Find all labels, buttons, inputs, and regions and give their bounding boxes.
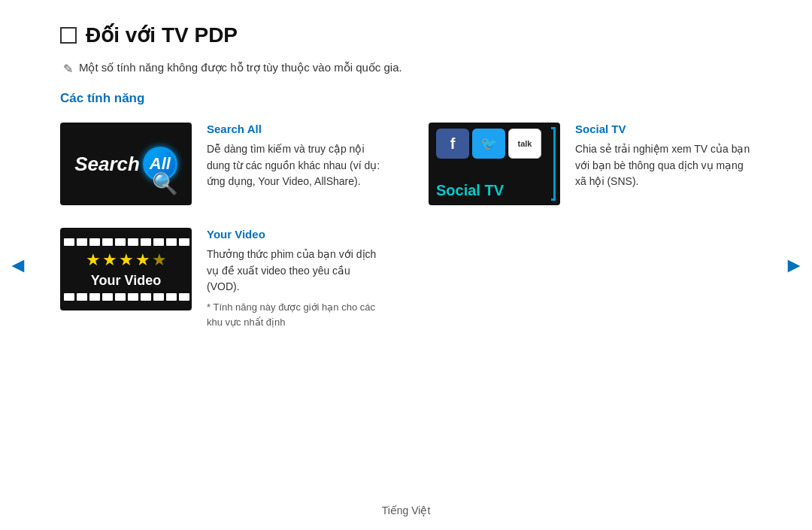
social-tv-title: Social TV bbox=[575, 123, 752, 135]
film-hole bbox=[115, 293, 126, 301]
social-tv-bracket bbox=[551, 127, 556, 201]
film-hole bbox=[153, 238, 164, 246]
page-title: Đối với TV PDP bbox=[86, 23, 238, 47]
film-hole bbox=[64, 238, 74, 246]
checkbox-icon bbox=[60, 27, 77, 44]
film-hole bbox=[128, 238, 138, 246]
your-video-content: Your Video Thưởng thức phim của bạn với … bbox=[207, 228, 383, 329]
film-hole bbox=[77, 293, 87, 301]
your-video-image: ★ ★ ★ ★ ★ Your Video bbox=[60, 228, 192, 310]
footer-language: Tiếng Việt bbox=[382, 504, 431, 516]
film-hole bbox=[141, 238, 151, 246]
feature-item-social-tv: f 🐦 talk Social TV Social TV Chia sẻ trả… bbox=[429, 123, 752, 205]
search-all-desc: Dễ dàng tìm kiếm và truy cập nội dung từ… bbox=[207, 141, 383, 190]
note-text: Một số tính năng không được hỗ trợ tùy t… bbox=[79, 61, 402, 74]
page-container: Đối với TV PDP ✎ Một số tính năng không … bbox=[0, 0, 812, 530]
social-tv-image: f 🐦 talk Social TV bbox=[429, 123, 560, 205]
film-hole bbox=[179, 238, 189, 246]
facebook-icon: f bbox=[436, 129, 469, 159]
film-hole bbox=[89, 293, 100, 301]
film-hole bbox=[77, 238, 87, 246]
feature-item-search-all: Search All 🔍 Search All Dễ dàng tìm kiếm… bbox=[60, 123, 383, 205]
social-icons-row: f 🐦 talk bbox=[436, 129, 553, 159]
film-hole bbox=[64, 293, 74, 301]
nav-arrow-right[interactable]: ► bbox=[783, 253, 804, 277]
social-tv-content: Social TV Chia sẻ trải nghiệm xem TV của… bbox=[575, 123, 752, 190]
star-5: ★ bbox=[152, 250, 167, 270]
social-tv-desc: Chia sẻ trải nghiệm xem TV của bạn với b… bbox=[575, 141, 752, 190]
film-hole bbox=[141, 293, 151, 301]
film-hole bbox=[128, 293, 138, 301]
page-title-row: Đối với TV PDP bbox=[60, 23, 752, 47]
note-icon: ✎ bbox=[63, 62, 73, 76]
star-1: ★ bbox=[86, 250, 101, 270]
film-hole bbox=[115, 238, 126, 246]
your-video-desc: Thưởng thức phim của bạn với dịch vụ đề … bbox=[207, 247, 383, 295]
your-video-content-inner: ★ ★ ★ ★ ★ Your Video bbox=[86, 250, 167, 289]
features-grid: Search All 🔍 Search All Dễ dàng tìm kiếm… bbox=[60, 123, 752, 329]
section-title: Các tính năng bbox=[60, 91, 752, 106]
star-2: ★ bbox=[102, 250, 117, 270]
search-magnifier-icon: 🔍 bbox=[152, 171, 178, 196]
talk-label: talk bbox=[514, 133, 535, 154]
social-tv-label: Social TV bbox=[436, 182, 504, 199]
film-hole bbox=[166, 238, 177, 246]
search-all-image: Search All 🔍 bbox=[60, 123, 192, 205]
your-video-title: Your Video bbox=[207, 228, 383, 241]
film-hole bbox=[153, 293, 164, 301]
film-hole bbox=[179, 293, 189, 301]
filmstrip-bottom bbox=[60, 293, 192, 301]
film-hole bbox=[102, 238, 113, 246]
film-hole bbox=[166, 293, 177, 301]
note-row: ✎ Một số tính năng không được hỗ trợ tùy… bbox=[60, 61, 752, 76]
film-hole bbox=[102, 293, 113, 301]
search-text: Search bbox=[74, 153, 140, 176]
search-all-content: Search All Dễ dàng tìm kiếm và truy cập … bbox=[207, 123, 383, 190]
film-hole bbox=[89, 238, 100, 246]
search-all-title: Search All bbox=[207, 123, 383, 135]
nav-arrow-left[interactable]: ◄ bbox=[8, 253, 29, 277]
feature-item-your-video: ★ ★ ★ ★ ★ Your Video bbox=[60, 228, 383, 329]
your-video-label: Your Video bbox=[91, 273, 161, 289]
star-4: ★ bbox=[135, 250, 150, 270]
twitter-icon: 🐦 bbox=[472, 129, 505, 159]
talk-icon: talk bbox=[508, 129, 541, 159]
filmstrip-top bbox=[60, 238, 192, 246]
stars-row: ★ ★ ★ ★ ★ bbox=[86, 250, 167, 270]
your-video-note: * Tính năng này được giới hạn cho các kh… bbox=[207, 300, 383, 329]
star-3: ★ bbox=[119, 250, 134, 270]
